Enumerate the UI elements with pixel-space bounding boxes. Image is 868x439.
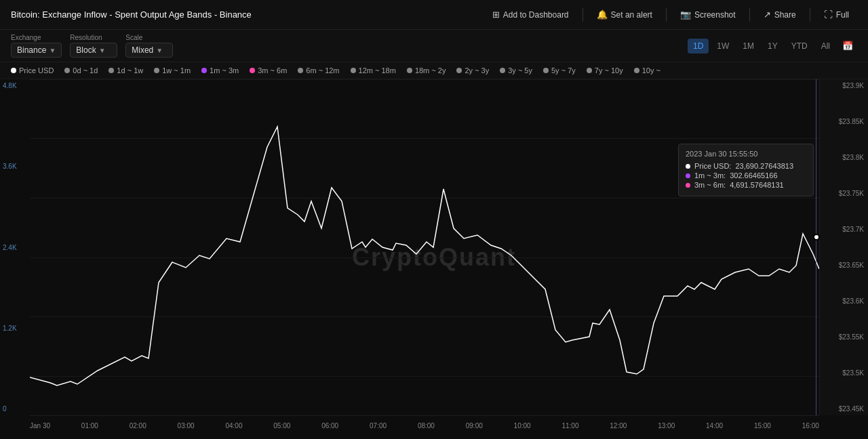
add-dashboard-label: Add to Dashboard bbox=[503, 10, 569, 20]
x-label-0200: 02:00 bbox=[130, 422, 146, 430]
y-label-right-0: $23.9K bbox=[824, 82, 864, 89]
y-label-right-4: $23.7K bbox=[824, 226, 864, 233]
x-label-1600: 16:00 bbox=[802, 422, 819, 430]
legend-item-0d-1d[interactable]: 0d ~ 1d bbox=[64, 66, 98, 75]
legend-dot-price-usd bbox=[11, 68, 16, 73]
time-btn-1y[interactable]: 1Y bbox=[762, 39, 783, 54]
legend-item-3y-5y[interactable]: 3y ~ 5y bbox=[500, 66, 532, 75]
time-btn-1d[interactable]: 1D bbox=[688, 39, 709, 54]
legend-item-2y-3y[interactable]: 2y ~ 3y bbox=[456, 66, 489, 75]
legend-item-1m-3m[interactable]: 1m ~ 3m bbox=[201, 66, 239, 75]
add-dashboard-button[interactable]: ⊞ Add to Dashboard bbox=[484, 6, 577, 23]
legend-item-price-usd[interactable]: Price USD bbox=[11, 66, 54, 75]
header-actions: ⊞ Add to Dashboard 🔔 Set an alert 📷 Scre… bbox=[484, 6, 857, 23]
full-button[interactable]: ⛶ Full bbox=[816, 6, 857, 23]
y-label-right-1: $23.85K bbox=[824, 118, 864, 125]
controls-right: 1D 1W 1M 1Y YTD All 📅 bbox=[688, 38, 857, 54]
legend-dot-7y-10y bbox=[587, 68, 592, 73]
legend-item-5y-7y[interactable]: 5y ~ 7y bbox=[543, 66, 576, 75]
resolution-arrow-icon: ▼ bbox=[99, 47, 106, 54]
scale-select[interactable]: Mixed ▼ bbox=[125, 43, 173, 58]
x-label-1500: 15:00 bbox=[754, 422, 771, 430]
time-btn-1w[interactable]: 1W bbox=[711, 39, 734, 54]
chart-area[interactable]: CryptoQuant 4.8K 3.6K 2.4K 1.2K 0 $23.9K… bbox=[0, 79, 868, 436]
x-label-0700: 07:00 bbox=[370, 422, 387, 430]
screenshot-button[interactable]: 📷 Screenshot bbox=[672, 6, 744, 23]
time-btn-ytd[interactable]: YTD bbox=[786, 39, 813, 54]
y-label-left-4: 0 bbox=[3, 405, 27, 413]
chart-svg bbox=[30, 79, 819, 415]
y-label-right-3: $23.75K bbox=[824, 190, 864, 197]
alert-icon: 🔔 bbox=[597, 9, 608, 20]
page-title: Bitcoin: Exchange Inflow - Spent Output … bbox=[11, 9, 252, 20]
scale-arrow-icon: ▼ bbox=[156, 47, 163, 54]
legend-label-12m-18m: 12m ~ 18m bbox=[359, 66, 396, 75]
y-label-left-3: 1.2K bbox=[3, 325, 27, 332]
resolution-label: Resolution bbox=[70, 34, 117, 41]
x-label-0400: 04:00 bbox=[225, 422, 242, 430]
scale-value: Mixed bbox=[132, 45, 153, 55]
tooltip-dot-1m-3m bbox=[686, 173, 690, 178]
legend-item-18m-2y[interactable]: 18m ~ 2y bbox=[407, 66, 446, 75]
tooltip-row-1m-3m: 1m ~ 3m: 302.66465166 bbox=[686, 171, 806, 180]
x-label-1100: 11:00 bbox=[561, 422, 578, 430]
legend-dot-12m-18m bbox=[351, 68, 356, 73]
exchange-select[interactable]: Binance ▼ bbox=[11, 43, 62, 58]
share-button[interactable]: ↗ Share bbox=[755, 6, 804, 23]
legend-item-7y-10y[interactable]: 7y ~ 10y bbox=[587, 66, 623, 75]
dashboard-icon: ⊞ bbox=[492, 9, 500, 20]
legend-dot-1m-3m bbox=[201, 68, 207, 73]
y-label-right-5: $23.65K bbox=[824, 262, 864, 269]
legend-item-3m-6m[interactable]: 3m ~ 6m bbox=[250, 66, 287, 75]
x-label-0800: 08:00 bbox=[418, 422, 435, 430]
divider bbox=[749, 8, 750, 22]
resolution-select[interactable]: Block ▼ bbox=[70, 43, 117, 58]
legend-label-0d-1d: 0d ~ 1d bbox=[73, 66, 98, 75]
share-icon: ↗ bbox=[764, 9, 771, 20]
set-alert-label: Set an alert bbox=[611, 10, 652, 20]
tooltip-dot-price bbox=[686, 164, 690, 169]
tooltip-value-1m-3m: 302.66465166 bbox=[730, 171, 777, 180]
x-label-0500: 05:00 bbox=[273, 422, 290, 430]
x-label-0300: 03:00 bbox=[178, 422, 195, 430]
scale-label: Scale bbox=[125, 34, 173, 41]
time-btn-1m[interactable]: 1M bbox=[737, 39, 760, 54]
x-label-1000: 10:00 bbox=[514, 422, 531, 430]
time-btn-all[interactable]: All bbox=[816, 39, 835, 54]
tooltip-dot-3m-6m bbox=[686, 183, 690, 188]
legend-label-10y-plus: 10y ~ bbox=[642, 66, 660, 75]
crosshair-line bbox=[816, 79, 816, 415]
tooltip-row-3m-6m: 3m ~ 6m: 4,691.57648131 bbox=[686, 181, 806, 189]
y-label-right-8: $23.5K bbox=[824, 369, 864, 377]
resolution-control: Resolution Block ▼ bbox=[70, 34, 117, 58]
legend-label-18m-2y: 18m ~ 2y bbox=[415, 66, 446, 75]
legend-item-10y-plus[interactable]: 10y ~ bbox=[634, 66, 660, 75]
controls-left: Exchange Binance ▼ Resolution Block ▼ Sc… bbox=[11, 34, 173, 58]
x-label-0600: 06:00 bbox=[321, 422, 338, 430]
legend-row: Price USD 0d ~ 1d 1d ~ 1w 1w ~ 1m 1m ~ 3… bbox=[0, 62, 868, 79]
legend-label-3y-5y: 3y ~ 5y bbox=[508, 66, 532, 75]
header: Bitcoin: Exchange Inflow - Spent Output … bbox=[0, 0, 868, 30]
legend-dot-1d-1w bbox=[108, 68, 114, 73]
tooltip: 2023 Jan 30 15:55:50 Price USD: 23,690.2… bbox=[678, 144, 814, 196]
controls-row: Exchange Binance ▼ Resolution Block ▼ Sc… bbox=[0, 30, 868, 62]
legend-dot-3y-5y bbox=[500, 68, 505, 73]
calendar-button[interactable]: 📅 bbox=[838, 38, 857, 54]
legend-item-1w-1m[interactable]: 1w ~ 1m bbox=[154, 66, 191, 75]
exchange-value: Binance bbox=[17, 45, 46, 55]
divider bbox=[810, 8, 810, 22]
screenshot-label: Screenshot bbox=[694, 10, 736, 20]
legend-dot-1w-1m bbox=[154, 68, 159, 73]
legend-label-3m-6m: 3m ~ 6m bbox=[258, 66, 287, 75]
legend-item-6m-12m[interactable]: 6m ~ 12m bbox=[298, 66, 339, 75]
legend-dot-18m-2y bbox=[407, 68, 412, 73]
legend-item-1d-1w[interactable]: 1d ~ 1w bbox=[108, 66, 143, 75]
share-label: Share bbox=[774, 10, 796, 20]
legend-label-1w-1m: 1w ~ 1m bbox=[162, 66, 191, 75]
tooltip-label-price: Price USD: bbox=[694, 162, 731, 170]
legend-dot-2y-3y bbox=[456, 68, 462, 73]
exchange-control: Exchange Binance ▼ bbox=[11, 34, 62, 58]
set-alert-button[interactable]: 🔔 Set an alert bbox=[589, 6, 660, 23]
legend-dot-10y-plus bbox=[634, 68, 639, 73]
legend-item-12m-18m[interactable]: 12m ~ 18m bbox=[351, 66, 396, 75]
